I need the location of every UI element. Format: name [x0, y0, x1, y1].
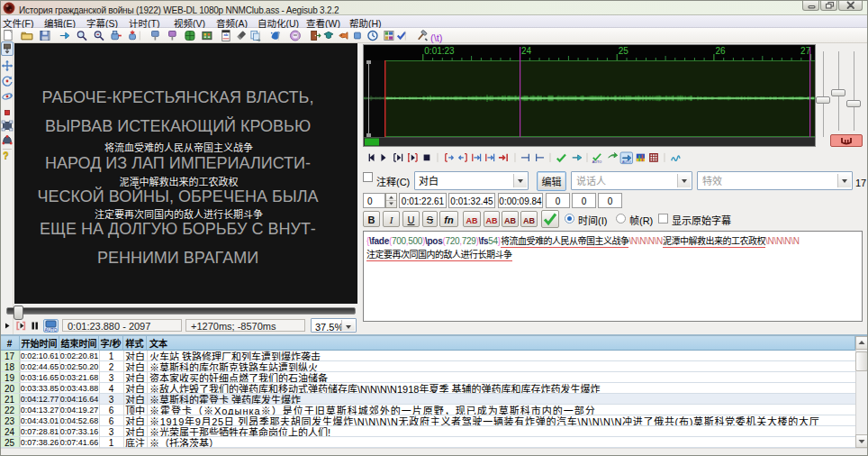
svg-text:AUTO: AUTO — [592, 160, 601, 164]
svg-text:AUTO: AUTO — [45, 327, 58, 333]
svg-text:AUTO: AUTO — [622, 160, 631, 164]
